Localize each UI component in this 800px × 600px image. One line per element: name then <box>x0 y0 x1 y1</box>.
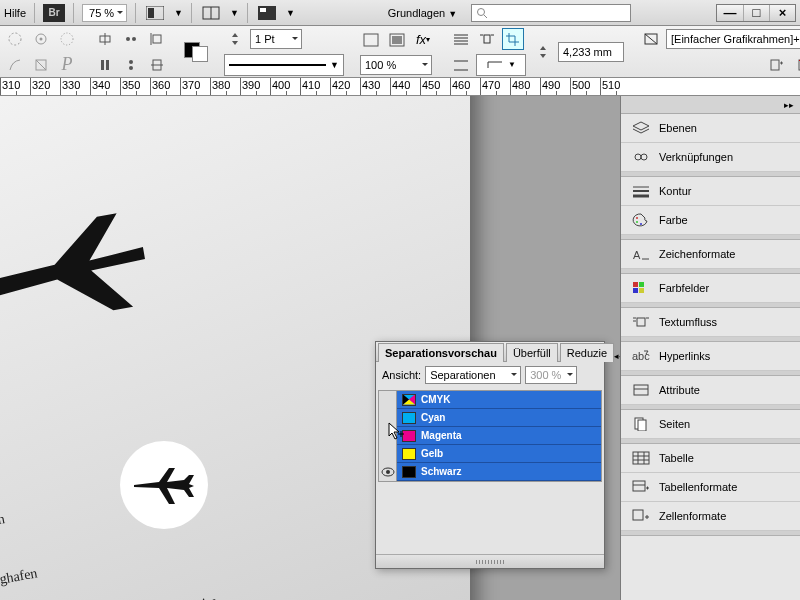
visibility-toggle[interactable] <box>379 391 397 409</box>
search-input[interactable] <box>471 4 631 22</box>
align-icon[interactable] <box>94 54 116 76</box>
panel-tab-ebenen[interactable]: Ebenen <box>621 114 800 143</box>
pages-icon <box>631 416 651 432</box>
stepper-icon[interactable] <box>532 41 554 63</box>
clear-style-icon[interactable] <box>794 54 800 76</box>
textwrap-icon[interactable] <box>476 28 498 50</box>
panel-tab-textumfluss[interactable]: Textumfluss <box>621 308 800 337</box>
svg-point-22 <box>129 60 133 64</box>
fx-icon[interactable] <box>360 29 382 51</box>
tablefmt-icon <box>631 479 651 495</box>
separations-preview-panel[interactable]: Separationsvorschau Überfüll Reduzie ◂◂ … <box>375 341 605 569</box>
panel-label: Textumfluss <box>659 316 717 328</box>
horizontal-ruler[interactable]: 3103203303403503603703803904004104204304… <box>0 78 800 96</box>
bridge-button[interactable]: Br <box>43 4 65 22</box>
tab-flatten[interactable]: Reduzie <box>560 343 614 362</box>
align-icon[interactable] <box>120 28 142 50</box>
panel-tab-verknüpfungen[interactable]: Verknüpfungen <box>621 143 800 172</box>
textwrap-icon[interactable] <box>450 28 472 50</box>
tab-trap[interactable]: Überfüll <box>506 343 558 362</box>
visibility-toggle[interactable] <box>379 445 397 463</box>
svg-point-45 <box>635 154 641 160</box>
table-icon <box>631 450 651 466</box>
svg-point-8 <box>9 33 21 45</box>
tool-icon[interactable] <box>30 54 52 76</box>
opacity-field[interactable]: 100 % <box>360 55 432 75</box>
panel-tab-seiten[interactable]: Seiten <box>621 410 800 439</box>
tool-icon[interactable] <box>4 54 26 76</box>
svg-point-10 <box>40 37 43 40</box>
panel-tab-attribute[interactable]: Attribute <box>621 376 800 405</box>
svg-point-23 <box>129 66 133 70</box>
svg-point-6 <box>478 8 485 15</box>
panel-collapse-icon[interactable]: ◂◂ <box>614 351 620 361</box>
panel-titlebar[interactable]: Separationsvorschau Überfüll Reduzie ◂◂ … <box>376 342 604 362</box>
linetype-dropdown[interactable]: ▼ <box>224 54 344 76</box>
svg-point-46 <box>641 154 647 160</box>
ink-limit-dropdown[interactable]: 300 % <box>525 366 577 384</box>
textwrap-icon[interactable] <box>450 54 472 76</box>
view-mode-dropdown[interactable]: Separationen <box>425 366 521 384</box>
close-button[interactable]: × <box>769 5 795 21</box>
minimize-button[interactable]: ― <box>717 5 743 21</box>
new-style-icon[interactable] <box>766 54 788 76</box>
workspace-switcher[interactable]: Grundlagen ▼ <box>388 7 457 19</box>
tool-icon[interactable] <box>4 28 26 50</box>
panel-tab-tabellenformate[interactable]: Tabellenformate <box>621 473 800 502</box>
stroke-steppers[interactable] <box>224 28 246 50</box>
panel-tab-zellenformate[interactable]: Zellenformate <box>621 502 800 531</box>
svg-rect-75 <box>633 510 643 520</box>
paragraph-tool-icon[interactable]: P <box>56 54 78 76</box>
maximize-button[interactable]: □ <box>743 5 769 21</box>
panel-dock-collapse[interactable]: ▸▸ <box>621 96 800 114</box>
wrap-icon <box>631 314 651 330</box>
frame-width-field[interactable]: 4,233 mm <box>558 42 624 62</box>
align-icon[interactable] <box>146 28 168 50</box>
view-options-button[interactable] <box>256 2 278 24</box>
right-panel-dock: ▸▸ EbenenVerknüpfungenKonturFarbeAZeiche… <box>620 96 800 600</box>
menu-help[interactable]: Hilfe <box>4 7 26 19</box>
zoom-level-dropdown[interactable]: 75 % <box>82 4 127 22</box>
arrange-button[interactable] <box>200 2 222 24</box>
panel-resize-grip[interactable] <box>376 554 604 568</box>
panel-tab-zeichenformate[interactable]: AZeichenformate <box>621 240 800 269</box>
separations-list[interactable]: CMYKCyanMagentaGelbSchwarz <box>378 390 602 482</box>
view-label: Ansicht: <box>382 369 421 381</box>
object-style-dropdown[interactable]: [Einfacher Grafikrahmen]+ <box>666 29 800 49</box>
document-canvas[interactable]: s es digitalenfür denurter Flughafen des… <box>0 96 620 600</box>
fx-icon[interactable] <box>386 29 408 51</box>
panel-tab-farbe[interactable]: Farbe <box>621 206 800 235</box>
panel-tab-kontur[interactable]: Kontur <box>621 177 800 206</box>
separation-row[interactable]: CMYK <box>379 391 601 409</box>
separation-row[interactable]: Magenta <box>379 427 601 445</box>
palette-icon <box>631 212 651 228</box>
screen-mode-button[interactable] <box>144 2 166 24</box>
tool-icon[interactable] <box>30 28 52 50</box>
svg-rect-28 <box>392 36 402 44</box>
tool-icon[interactable] <box>56 28 78 50</box>
ink-name: Schwarz <box>421 466 462 477</box>
stroke-weight-field[interactable]: 1 Pt <box>250 29 302 49</box>
align-icon[interactable] <box>120 54 142 76</box>
svg-rect-55 <box>633 282 638 287</box>
svg-rect-73 <box>633 481 645 491</box>
panel-tab-hyperlinks[interactable]: abcHyperlinks <box>621 342 800 371</box>
align-icon[interactable] <box>146 54 168 76</box>
visibility-toggle[interactable] <box>379 463 397 481</box>
fill-stroke-swatch[interactable] <box>184 42 208 62</box>
panel-tab-tabelle[interactable]: Tabelle <box>621 444 800 473</box>
align-icon[interactable] <box>94 28 116 50</box>
panel-tab-farbfelder[interactable]: Farbfelder <box>621 274 800 303</box>
fx-button[interactable]: fx▾ <box>412 29 434 51</box>
object-style-icon[interactable] <box>640 28 662 50</box>
separator <box>191 3 192 23</box>
crop-icon[interactable] <box>502 28 524 50</box>
panel-label: Hyperlinks <box>659 350 710 362</box>
tab-separations-preview[interactable]: Separationsvorschau <box>378 343 504 362</box>
corner-dropdown[interactable]: ▼ <box>476 54 526 76</box>
separation-row[interactable]: Gelb <box>379 445 601 463</box>
top-menubar: Hilfe Br 75 % ▼ ▼ ▼ Grundlagen ▼ ― □ × <box>0 0 800 26</box>
separation-row[interactable]: Schwarz <box>379 463 601 481</box>
separation-row[interactable]: Cyan <box>379 409 601 427</box>
panel-label: Tabelle <box>659 452 694 464</box>
